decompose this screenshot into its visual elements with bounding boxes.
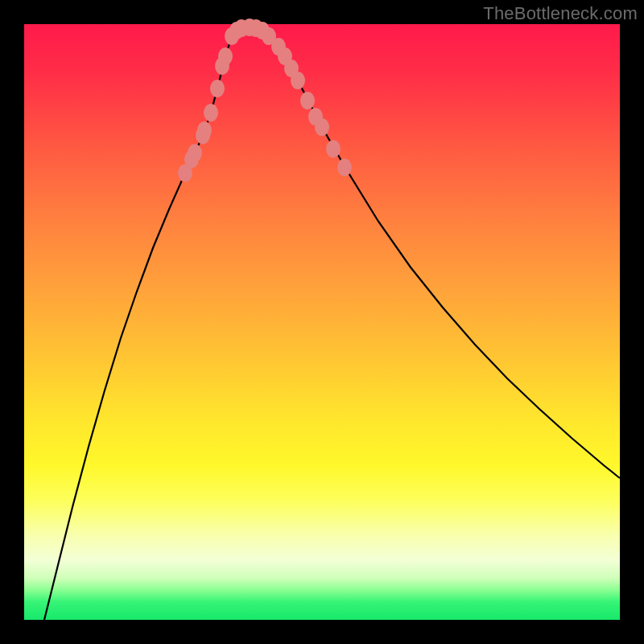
bottleneck-curve-path (44, 28, 620, 620)
curve-marker (315, 118, 329, 136)
curve-marker (204, 104, 218, 122)
chart-svg (24, 24, 620, 620)
markers-group (178, 19, 352, 182)
curve-marker (210, 80, 225, 97)
chart-frame: TheBottleneck.com (0, 0, 644, 644)
watermark-text: TheBottleneck.com (483, 3, 638, 24)
curve-marker (326, 140, 341, 158)
curve-marker (291, 72, 305, 89)
curve-marker (188, 144, 202, 162)
plot-area (24, 24, 620, 620)
curve-marker (300, 92, 315, 109)
curve-marker (197, 122, 212, 139)
curve-marker (218, 47, 233, 65)
curve-marker (337, 159, 352, 176)
